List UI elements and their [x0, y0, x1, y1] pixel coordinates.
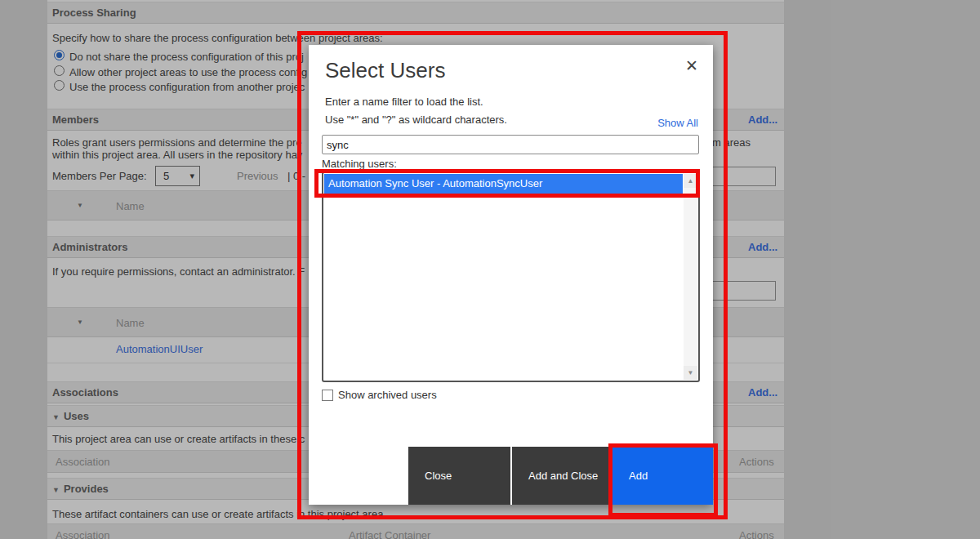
matching-users-listbox[interactable]: Automation Sync User - AutomationSyncUse…	[322, 172, 700, 382]
close-icon[interactable]: ✕	[685, 58, 698, 74]
scroll-down-icon[interactable]: ▼	[684, 366, 697, 380]
scroll-up-icon[interactable]: ▲	[684, 174, 697, 188]
filter-hint-line2: Use "*" and "?" as wildcard characters.	[325, 114, 507, 126]
filter-hint-line1: Enter a name filter to load the list.	[325, 96, 483, 108]
listbox-scrollbar[interactable]: ▲ ▼	[684, 174, 697, 380]
add-and-close-button[interactable]: Add and Close	[512, 447, 611, 505]
dialog-title: Select Users	[325, 58, 445, 83]
add-button[interactable]: Add	[612, 447, 713, 505]
application-window: Process Sharing Specify how to share the…	[0, 0, 980, 539]
show-archived-checkbox[interactable]	[322, 390, 333, 401]
select-users-dialog: Select Users ✕ Enter a name filter to lo…	[309, 45, 713, 505]
user-filter-input[interactable]	[322, 135, 699, 154]
show-archived-label[interactable]: Show archived users	[338, 389, 437, 401]
user-list-item-selected[interactable]: Automation Sync User - AutomationSyncUse…	[324, 174, 683, 194]
matching-users-label: Matching users:	[322, 158, 397, 170]
show-all-link[interactable]: Show All	[657, 117, 698, 129]
close-button[interactable]: Close	[408, 447, 510, 505]
